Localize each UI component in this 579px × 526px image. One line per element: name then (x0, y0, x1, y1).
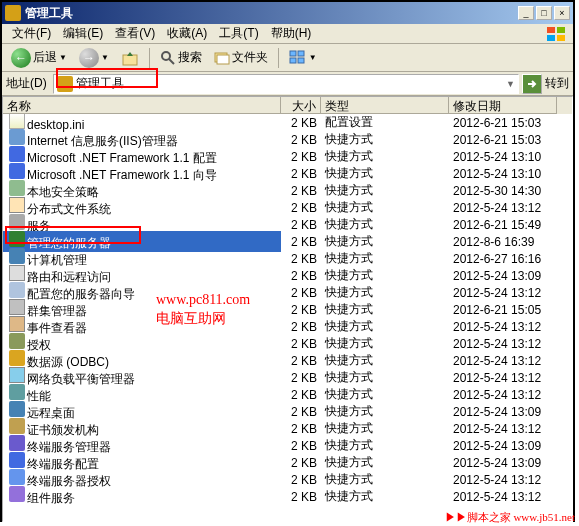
menu-file[interactable]: 文件(F) (6, 23, 57, 44)
file-size: 2 KB (281, 371, 321, 385)
file-icon (9, 231, 25, 247)
folders-button[interactable]: 文件夹 (209, 47, 273, 69)
file-icon (9, 469, 25, 485)
file-icon (9, 197, 25, 213)
file-icon (9, 282, 25, 298)
chevron-down-icon: ▼ (59, 53, 67, 62)
address-input[interactable]: 管理工具 ▼ (53, 74, 519, 94)
file-type: 快捷方式 (321, 148, 449, 165)
back-button[interactable]: ← 后退 ▼ (6, 47, 72, 69)
file-icon (9, 214, 25, 230)
file-icon (9, 180, 25, 196)
views-button[interactable]: ▼ (284, 47, 322, 69)
file-size: 2 KB (281, 439, 321, 453)
minimize-button[interactable]: _ (518, 6, 534, 20)
search-button[interactable]: 搜索 (155, 47, 207, 69)
file-icon (9, 384, 25, 400)
file-type: 快捷方式 (321, 437, 449, 454)
list-item[interactable]: 组件服务2 KB快捷方式2012-5-24 13:12 (3, 488, 572, 505)
file-date: 2012-6-21 15:49 (449, 218, 557, 232)
file-size: 2 KB (281, 269, 321, 283)
svg-rect-10 (298, 51, 304, 56)
file-icon (9, 435, 25, 451)
go-arrow-icon (526, 78, 538, 90)
svg-rect-1 (557, 27, 565, 33)
file-type: 快捷方式 (321, 216, 449, 233)
file-date: 2012-6-21 15:03 (449, 116, 557, 130)
col-size[interactable]: 大小 (281, 97, 321, 114)
file-size: 2 KB (281, 337, 321, 351)
go-button[interactable] (522, 74, 542, 94)
file-type: 配置设置 (321, 114, 449, 131)
file-type: 快捷方式 (321, 369, 449, 386)
file-date: 2012-5-24 13:12 (449, 320, 557, 334)
explorer-window: 管理工具 _ □ × 文件(F) 编辑(E) 查看(V) 收藏(A) 工具(T)… (0, 0, 575, 522)
file-icon (9, 248, 25, 264)
file-size: 2 KB (281, 167, 321, 181)
menu-tools[interactable]: 工具(T) (213, 23, 264, 44)
file-size: 2 KB (281, 473, 321, 487)
file-type: 快捷方式 (321, 352, 449, 369)
svg-point-5 (162, 52, 170, 60)
app-icon (5, 5, 21, 21)
menu-favorites[interactable]: 收藏(A) (161, 23, 213, 44)
back-icon: ← (11, 48, 31, 68)
file-date: 2012-6-27 16:16 (449, 252, 557, 266)
file-date: 2012-5-24 13:12 (449, 371, 557, 385)
svg-rect-2 (547, 35, 555, 41)
file-date: 2012-6-21 15:05 (449, 303, 557, 317)
file-size: 2 KB (281, 303, 321, 317)
file-icon (9, 452, 25, 468)
file-size: 2 KB (281, 456, 321, 470)
file-type: 快捷方式 (321, 386, 449, 403)
file-type: 快捷方式 (321, 182, 449, 199)
file-type: 快捷方式 (321, 131, 449, 148)
file-size: 2 KB (281, 235, 321, 249)
file-size: 2 KB (281, 422, 321, 436)
search-icon (160, 50, 176, 66)
file-type: 快捷方式 (321, 165, 449, 182)
file-type: 快捷方式 (321, 318, 449, 335)
col-name[interactable]: 名称 (3, 97, 281, 114)
maximize-button[interactable]: □ (536, 6, 552, 20)
separator (278, 48, 279, 68)
file-type: 快捷方式 (321, 284, 449, 301)
col-date[interactable]: 修改日期 (449, 97, 557, 114)
go-label: 转到 (545, 75, 569, 92)
file-date: 2012-5-24 13:12 (449, 473, 557, 487)
addressbar: 地址(D) 管理工具 ▼ 转到 (2, 72, 573, 96)
svg-rect-0 (547, 27, 555, 33)
forward-button[interactable]: → ▼ (74, 47, 114, 69)
close-button[interactable]: × (554, 6, 570, 20)
file-date: 2012-5-24 13:12 (449, 388, 557, 402)
file-size: 2 KB (281, 184, 321, 198)
file-date: 2012-5-24 13:09 (449, 405, 557, 419)
views-icon (289, 50, 307, 66)
titlebar[interactable]: 管理工具 _ □ × (2, 2, 573, 24)
file-icon (9, 129, 25, 145)
chevron-down-icon: ▼ (101, 53, 109, 62)
file-type: 快捷方式 (321, 471, 449, 488)
file-date: 2012-5-24 13:12 (449, 490, 557, 504)
folders-icon (214, 50, 230, 66)
window-title: 管理工具 (25, 5, 518, 22)
chevron-down-icon[interactable]: ▼ (506, 79, 515, 89)
up-button[interactable] (116, 47, 144, 69)
col-type[interactable]: 类型 (321, 97, 449, 114)
file-date: 2012-8-6 16:39 (449, 235, 557, 249)
menu-help[interactable]: 帮助(H) (265, 23, 318, 44)
folder-icon (57, 76, 73, 92)
file-size: 2 KB (281, 286, 321, 300)
file-type: 快捷方式 (321, 488, 449, 505)
file-icon (9, 401, 25, 417)
file-icon (9, 163, 25, 179)
file-list[interactable]: 名称 大小 类型 修改日期 desktop.ini2 KB配置设置2012-6-… (2, 96, 573, 522)
menu-view[interactable]: 查看(V) (109, 23, 161, 44)
file-date: 2012-5-30 14:30 (449, 184, 557, 198)
menu-edit[interactable]: 编辑(E) (57, 23, 109, 44)
file-type: 快捷方式 (321, 454, 449, 471)
file-icon (9, 316, 25, 332)
file-type: 快捷方式 (321, 267, 449, 284)
svg-line-6 (169, 59, 174, 64)
file-type: 快捷方式 (321, 335, 449, 352)
